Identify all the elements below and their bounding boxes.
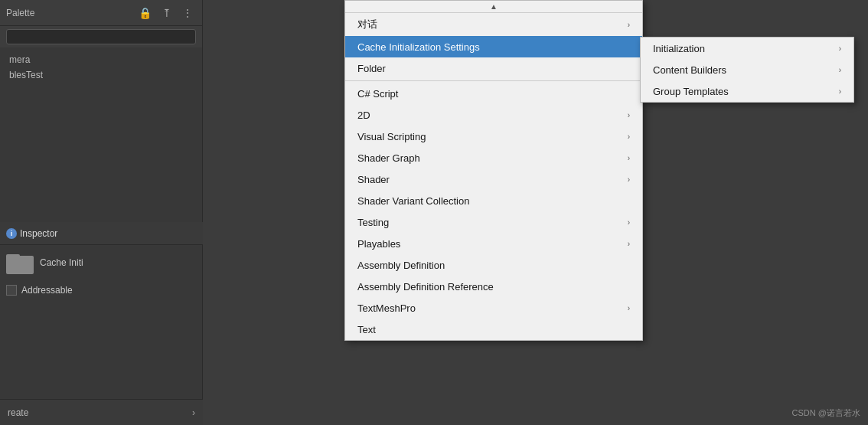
submenu-arrow-icon: ›	[839, 66, 841, 74]
menu-item-content-builders[interactable]: Content Builders ›	[641, 59, 853, 80]
menu-item-label: Cache Initialization Settings	[357, 41, 480, 53]
menu-item-assembly-def-ref[interactable]: Assembly Definition Reference	[345, 276, 642, 297]
menu-item-shader-variant[interactable]: Shader Variant Collection	[345, 190, 642, 211]
list-item[interactable]: mera	[3, 52, 199, 67]
submenu-arrow-icon: ›	[628, 154, 630, 162]
context-menu-primary: ▲ 对话 › Cache Initialization Settings Fol…	[344, 0, 643, 341]
menu-item-text[interactable]: Text	[345, 319, 642, 340]
menu-item-textmeshpro[interactable]: TextMeshPro ›	[345, 297, 642, 319]
inspector-tab-label: i Inspector	[6, 228, 57, 239]
inspector-content: Cache Initi	[0, 245, 203, 280]
search-row	[0, 26, 202, 47]
menu-item-label: Text	[357, 324, 376, 335]
menu-separator	[345, 80, 642, 81]
menu-item-label: Assembly Definition Reference	[357, 281, 494, 293]
menu-item-testing[interactable]: Testing ›	[345, 211, 642, 233]
menu-item-label: Shader Graph	[357, 152, 420, 164]
header-icons: 🔒 ⤒ ⋮	[135, 5, 196, 21]
menu-item-label: Shader Variant Collection	[357, 195, 469, 207]
menu-item-label: Assembly Definition	[357, 260, 445, 271]
menu-item-label: C# Script	[357, 88, 398, 100]
menu-item-folder[interactable]: Folder	[345, 57, 642, 79]
submenu-arrow-icon: ›	[628, 21, 630, 29]
submenu-arrow-icon: ›	[839, 44, 841, 53]
menu-item-csharp[interactable]: C# Script	[345, 83, 642, 104]
chevron-right-icon: ›	[192, 407, 195, 418]
watermark: CSDN @诺言若水	[792, 407, 860, 419]
menu-item-shader-graph[interactable]: Shader Graph ›	[345, 147, 642, 168]
menu-item-label: Content Builders	[653, 64, 726, 76]
menu-item-label: Group Templates	[653, 86, 729, 97]
palette-label: Palette	[6, 8, 34, 18]
menu-item-dialogue[interactable]: 对话 ›	[345, 13, 642, 36]
menu-item-label: Testing	[357, 217, 389, 228]
lock-icon[interactable]: 🔒	[135, 5, 155, 21]
palette-items: mera blesTest	[0, 47, 202, 87]
menu-item-2d[interactable]: 2D ›	[345, 104, 642, 126]
menu-item-label: Visual Scripting	[357, 131, 426, 142]
list-item[interactable]: blesTest	[3, 67, 199, 83]
cache-init-text: Cache Initi	[40, 257, 83, 268]
scroll-up-indicator[interactable]: ▲	[345, 1, 642, 13]
scroll-up-icon: ▲	[490, 2, 498, 11]
create-label[interactable]: reate	[8, 407, 28, 418]
submenu-arrow-icon: ›	[628, 132, 630, 141]
submenu-arrow-icon: ›	[628, 218, 630, 227]
menu-item-visual-scripting[interactable]: Visual Scripting ›	[345, 126, 642, 147]
bottom-bar: reate ›	[0, 399, 203, 425]
menu-item-cache-init[interactable]: Cache Initialization Settings	[345, 36, 642, 57]
watermark-text: CSDN @诺言若水	[792, 408, 860, 417]
menu-item-assembly-def[interactable]: Assembly Definition	[345, 254, 642, 276]
context-menu-secondary: Initialization › Content Builders › Grou…	[640, 37, 854, 103]
addressable-row: Addressable	[0, 280, 203, 300]
palette-text: Palette	[6, 8, 34, 18]
menu-item-label: Shader	[357, 174, 390, 185]
menu-item-label: Playables	[357, 238, 400, 250]
menu-item-label: 2D	[357, 110, 370, 121]
search-input[interactable]	[6, 29, 196, 44]
left-panel: Palette 🔒 ⤒ ⋮ mera blesTest i Inspector …	[0, 0, 203, 425]
menu-item-playables[interactable]: Playables ›	[345, 233, 642, 254]
menu-item-label: Folder	[357, 63, 386, 74]
export-icon[interactable]: ⤒	[159, 5, 175, 21]
menu-item-initialization[interactable]: Initialization ›	[641, 38, 853, 59]
folder-icon	[6, 251, 34, 274]
palette-header: Palette 🔒 ⤒ ⋮	[0, 0, 202, 26]
submenu-arrow-icon: ›	[628, 111, 630, 119]
submenu-arrow-icon: ›	[839, 87, 841, 96]
addressable-label: Addressable	[21, 285, 73, 296]
inspector-tab[interactable]: i Inspector	[0, 222, 203, 245]
info-icon: i	[6, 228, 17, 239]
submenu-arrow-icon: ›	[628, 304, 630, 312]
menu-item-label: 对话	[357, 18, 377, 31]
menu-item-label: Initialization	[653, 43, 705, 54]
menu-item-group-templates[interactable]: Group Templates ›	[641, 80, 853, 102]
menu-item-shader[interactable]: Shader ›	[345, 168, 642, 190]
menu-item-label: TextMeshPro	[357, 302, 416, 314]
submenu-arrow-icon: ›	[628, 175, 630, 184]
submenu-arrow-icon: ›	[628, 240, 630, 248]
addressable-checkbox[interactable]	[6, 285, 17, 296]
menu-icon[interactable]: ⋮	[179, 5, 196, 21]
inspector-label: Inspector	[20, 228, 57, 239]
